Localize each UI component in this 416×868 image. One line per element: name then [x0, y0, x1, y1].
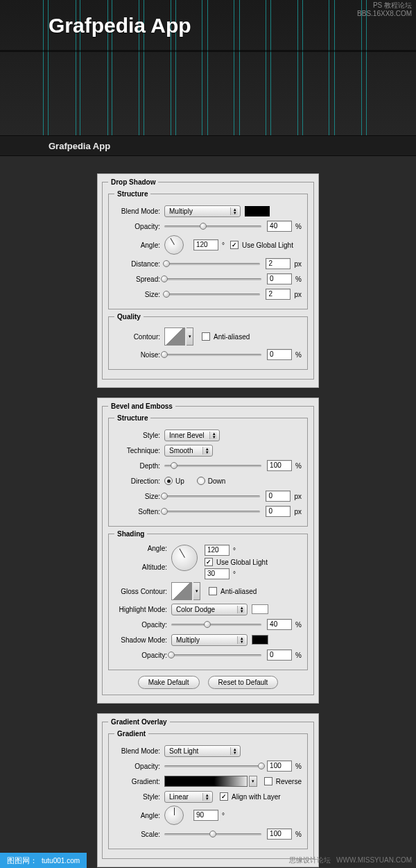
- gr-gradient-label: Gradient:: [114, 778, 164, 785]
- ds-contour-arrow[interactable]: ▾: [187, 327, 193, 346]
- bv-shopacity-input[interactable]: 0: [267, 649, 292, 661]
- bv-structure-legend: Structure: [114, 414, 150, 422]
- gr-angle-dial[interactable]: [164, 806, 184, 825]
- ds-global-light-checkbox[interactable]: [230, 241, 239, 249]
- bv-angle-dial[interactable]: [171, 545, 198, 571]
- bv-shmode-select[interactable]: Multiply▴▾: [171, 634, 248, 646]
- bv-soften-input[interactable]: 0: [266, 506, 291, 517]
- bv-direction-up-radio[interactable]: [164, 477, 173, 485]
- ds-quality: Quality Contour: ▾ Anti-aliased Noise: 0…: [108, 313, 308, 370]
- bv-shading-legend: Shading: [114, 530, 147, 538]
- ds-distance-slider[interactable]: [164, 259, 260, 269]
- gr-scale-input[interactable]: 100: [267, 828, 292, 840]
- gr-style-select[interactable]: Linear▴▾: [164, 791, 213, 803]
- bv-gloss-arrow[interactable]: ▾: [193, 582, 200, 600]
- bv-shopacity-slider[interactable]: [171, 650, 261, 660]
- ds-opacity-slider[interactable]: [164, 221, 261, 231]
- ds-size-input[interactable]: 2: [266, 289, 291, 300]
- gr-angle-input[interactable]: 90: [193, 810, 218, 821]
- bv-antialiased-label: Anti-aliased: [220, 588, 257, 595]
- bv-angle-input[interactable]: 120: [205, 545, 229, 556]
- gr-align-checkbox[interactable]: [220, 792, 228, 801]
- make-default-button[interactable]: Make Default: [138, 676, 200, 689]
- ds-angle-input[interactable]: 120: [193, 239, 218, 250]
- unit-pct: %: [295, 275, 302, 283]
- unit-pct: %: [295, 351, 302, 359]
- gr-gradient-arrow[interactable]: ▾: [249, 776, 257, 787]
- ds-size-slider[interactable]: [164, 289, 260, 299]
- ds-contour-picker[interactable]: [164, 327, 185, 346]
- gr-scale-slider[interactable]: [164, 829, 261, 839]
- bv-hl-color-swatch[interactable]: [252, 604, 268, 614]
- gr-blendmode-value: Soft Light: [169, 747, 198, 755]
- ds-distance-label: Distance:: [114, 260, 164, 268]
- bv-altitude-input[interactable]: 30: [205, 568, 229, 579]
- bv-hlopacity-input[interactable]: 40: [267, 619, 292, 630]
- ds-quality-legend: Quality: [114, 313, 144, 321]
- unit-deg: °: [222, 241, 225, 249]
- bv-hlmode-label: Highlight Mode:: [114, 606, 171, 613]
- reset-default-button[interactable]: Reset to Default: [208, 676, 279, 689]
- bv-soften-slider[interactable]: [164, 507, 260, 516]
- gradient-fieldset: Gradient Overlay Gradient Blend Mode: So…: [102, 718, 314, 859]
- ds-antialiased-checkbox[interactable]: [202, 332, 210, 341]
- ds-noise-slider[interactable]: [164, 350, 261, 359]
- bv-gloss-picker[interactable]: [171, 582, 192, 600]
- bv-depth-slider[interactable]: [164, 461, 261, 470]
- gr-opacity-label: Opacity:: [114, 763, 164, 770]
- bv-global-light-checkbox[interactable]: [205, 558, 213, 566]
- bottom-site: 图图网：: [7, 856, 37, 866]
- bv-shopacity-label: Opacity:: [114, 652, 171, 659]
- ds-blendmode-select[interactable]: Multiply▴▾: [164, 205, 241, 217]
- gr-gradient-picker[interactable]: [164, 776, 248, 787]
- gr-reverse-checkbox[interactable]: [264, 777, 272, 785]
- bv-antialiased-checkbox[interactable]: [209, 587, 217, 595]
- gr-scale-label: Scale:: [114, 831, 164, 838]
- gr-opacity-input[interactable]: 100: [267, 760, 292, 772]
- bv-sh-color-swatch[interactable]: [252, 635, 268, 645]
- watermark-top: PS 教程论坛 BBS.16XX8.COM: [357, 1, 412, 18]
- unit-deg: °: [233, 547, 236, 554]
- bv-depth-input[interactable]: 100: [267, 460, 292, 471]
- unit-pct: %: [295, 763, 302, 770]
- ds-noise-input[interactable]: 0: [267, 349, 292, 360]
- unit-pct: %: [295, 831, 302, 838]
- watermark-line1: PS 教程论坛: [357, 1, 412, 10]
- bv-size-label: Size:: [114, 493, 164, 500]
- bv-hlmode-value: Color Dodge: [176, 606, 215, 613]
- bottom-right-text: WWW.MISSYUAN.COM: [336, 856, 412, 864]
- ds-color-swatch[interactable]: [245, 206, 270, 216]
- unit-deg: °: [222, 812, 225, 819]
- page-title: Grafpedia App: [49, 14, 191, 37]
- gr-reverse-label: Reverse: [276, 778, 302, 785]
- gradient-legend: Gradient Overlay: [108, 718, 170, 726]
- bv-style-value: Inner Bevel: [169, 432, 205, 439]
- bv-size-input[interactable]: 0: [266, 491, 291, 502]
- bottom-bar: 图图网： tutu001.com 思缘设计论坛 WWW.MISSYUAN.COM: [0, 853, 416, 868]
- gr-style-value: Linear: [169, 793, 189, 801]
- drop-shadow-fieldset: Drop Shadow Structure Blend Mode: Multip…: [102, 178, 314, 380]
- bv-style-select[interactable]: Inner Bevel▴▾: [164, 429, 220, 441]
- gr-blendmode-select[interactable]: Soft Light▴▾: [164, 745, 241, 757]
- bv-shmode-label: Shadow Mode:: [114, 636, 171, 644]
- panel-bevel: Bevel and Emboss Structure Style: Inner …: [97, 398, 319, 704]
- unit-px: px: [294, 508, 302, 516]
- unit-px: px: [294, 260, 302, 268]
- bv-technique-select[interactable]: Smooth▴▾: [164, 445, 213, 457]
- bevel-fieldset: Bevel and Emboss Structure Style: Inner …: [102, 402, 314, 695]
- bv-hlopacity-slider[interactable]: [171, 620, 261, 629]
- ds-angle-dial[interactable]: [164, 235, 184, 255]
- ds-antialiased-label: Anti-aliased: [214, 333, 250, 341]
- bv-direction-down-radio[interactable]: [197, 477, 205, 485]
- ds-spread-slider[interactable]: [164, 274, 261, 284]
- bv-size-slider[interactable]: [164, 491, 260, 501]
- ds-angle-label: Angle:: [114, 241, 164, 249]
- ds-distance-input[interactable]: 2: [266, 258, 291, 269]
- ds-opacity-input[interactable]: 40: [267, 221, 292, 232]
- bv-hlmode-select[interactable]: Color Dodge▴▾: [171, 604, 248, 615]
- ds-structure: Structure Blend Mode: Multiply▴▾ Opacity…: [108, 190, 308, 309]
- sub-header: Grafpedia App: [0, 135, 416, 156]
- bv-direction-label: Direction:: [114, 477, 164, 485]
- ds-spread-input[interactable]: 0: [267, 273, 292, 284]
- gr-opacity-slider[interactable]: [164, 761, 261, 771]
